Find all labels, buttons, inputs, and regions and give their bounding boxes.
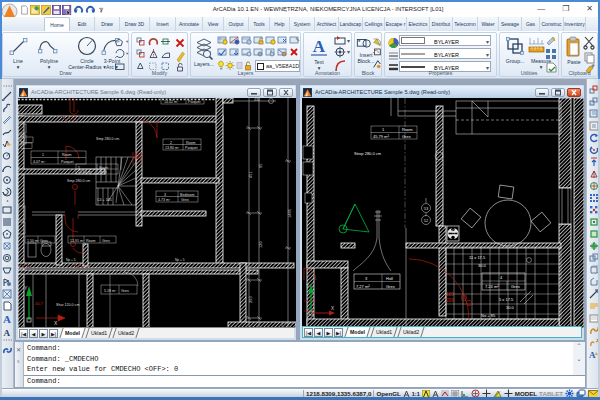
svg-text:95: 95 bbox=[258, 163, 263, 168]
svg-text:▾: ▾ bbox=[347, 38, 350, 44]
svg-text:120: 120 bbox=[451, 229, 456, 236]
svg-text:Np + 5: Np + 5 bbox=[66, 258, 76, 262]
svg-text:▾: ▾ bbox=[126, 39, 129, 44]
svg-text:Gres: Gres bbox=[402, 134, 411, 139]
svg-text:Parquet: Parquet bbox=[185, 146, 198, 150]
svg-text:Bedroom: Bedroom bbox=[180, 193, 195, 197]
svg-text:5: 5 bbox=[78, 166, 80, 170]
svg-text:7.24 m²: 7.24 m² bbox=[485, 284, 499, 289]
svg-text:A: A bbox=[313, 37, 326, 56]
svg-text:Gres: Gres bbox=[40, 239, 48, 243]
svg-text:Parquet: Parquet bbox=[61, 160, 74, 164]
svg-text:120: 120 bbox=[258, 241, 263, 248]
svg-text:209: 209 bbox=[446, 298, 454, 303]
svg-text:Stairs: Stairs bbox=[99, 166, 108, 170]
svg-text:Gres: Gres bbox=[511, 284, 520, 289]
svg-text:A: A bbox=[3, 313, 11, 325]
svg-text:Parquet: Parquet bbox=[188, 100, 201, 104]
svg-text:5.18 m²: 5.18 m² bbox=[104, 289, 117, 293]
svg-text:45.79 m²: 45.79 m² bbox=[373, 134, 389, 139]
svg-text:4.73 m²: 4.73 m² bbox=[158, 198, 171, 202]
svg-text:No + 85: No + 85 bbox=[481, 313, 496, 318]
svg-text:5 x 17.5: 5 x 17.5 bbox=[499, 297, 514, 302]
svg-text:Room: Room bbox=[186, 141, 196, 145]
svg-text:13.80 m²: 13.80 m² bbox=[165, 146, 180, 150]
svg-text:1.50 m²: 1.50 m² bbox=[27, 239, 40, 243]
svg-text:Room: Room bbox=[62, 153, 72, 157]
svg-text:Strop 280.0 cm: Strop 280.0 cm bbox=[354, 151, 382, 156]
svg-text:451: 451 bbox=[248, 171, 253, 178]
svg-text:2: 2 bbox=[170, 141, 172, 145]
svg-text:X: X bbox=[331, 306, 334, 311]
svg-text:Room: Room bbox=[86, 239, 96, 243]
svg-text:Gres: Gres bbox=[121, 289, 129, 293]
svg-text:Gres: Gres bbox=[386, 284, 395, 289]
svg-text:11 x 17.5: 11 x 17.5 bbox=[469, 255, 486, 260]
svg-text:A: A bbox=[4, 328, 11, 337]
svg-text:Room: Room bbox=[402, 127, 413, 132]
svg-text:30.0: 30.0 bbox=[506, 305, 515, 310]
svg-text:Y: Y bbox=[306, 284, 309, 289]
svg-text:7.27 m²: 7.27 m² bbox=[356, 284, 370, 289]
svg-text:430: 430 bbox=[254, 98, 260, 102]
svg-text:4.07 m²: 4.07 m² bbox=[33, 160, 46, 164]
svg-text:Holl: Holl bbox=[386, 276, 393, 281]
svg-text:52: 52 bbox=[424, 218, 429, 223]
svg-text:3: 3 bbox=[164, 193, 166, 197]
svg-text:Gres: Gres bbox=[99, 170, 107, 174]
svg-text:Smp 280.0 cm: Smp 280.0 cm bbox=[67, 179, 90, 183]
svg-text:30.0: 30.0 bbox=[478, 263, 487, 268]
svg-text:1485: 1485 bbox=[287, 208, 292, 218]
svg-text:13.91 m²: 13.91 m² bbox=[70, 239, 85, 243]
svg-text:53: 53 bbox=[424, 206, 429, 211]
svg-text:C4 + 105: C4 + 105 bbox=[97, 198, 112, 202]
svg-text:40,7: 40,7 bbox=[35, 301, 44, 306]
svg-text:▾: ▾ bbox=[126, 51, 129, 56]
svg-text:293: 293 bbox=[248, 296, 253, 303]
svg-text:Np + 5: Np + 5 bbox=[175, 258, 185, 262]
svg-text:Gres: Gres bbox=[181, 198, 189, 202]
svg-text:A: A bbox=[589, 350, 596, 359]
svg-text:1: 1 bbox=[42, 153, 44, 157]
svg-text:14.02 m²: 14.02 m² bbox=[164, 100, 179, 104]
svg-text:11.64 m²: 11.64 m² bbox=[78, 170, 93, 174]
svg-text:100: 100 bbox=[446, 292, 454, 297]
svg-text:Gres: Gres bbox=[102, 239, 110, 243]
svg-text:Smp 280.0 cm: Smp 280.0 cm bbox=[96, 137, 119, 141]
svg-text:Shar 120.0 cm: Shar 120.0 cm bbox=[56, 303, 79, 307]
svg-text:▾: ▾ bbox=[347, 49, 350, 55]
